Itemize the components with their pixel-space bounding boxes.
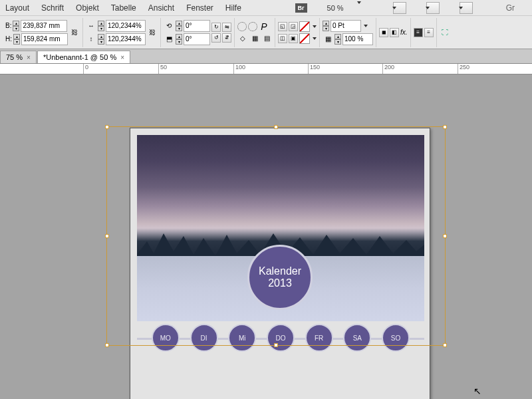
fill-dropdown[interactable] [313, 25, 317, 28]
menu-tabelle[interactable]: Tabelle [111, 3, 136, 13]
horizontal-ruler[interactable]: 0 50 100 150 200 250 [0, 64, 532, 74]
shear-input[interactable]: 0° [184, 33, 210, 45]
fill-none-icon[interactable] [299, 21, 310, 32]
flip-h-icon[interactable]: ⇋ [222, 23, 231, 32]
handle-tr[interactable] [443, 125, 447, 129]
wrap-none-icon[interactable] [237, 22, 247, 31]
menu-fenster[interactable]: Fenster [186, 3, 213, 13]
drop-shadow-icon[interactable]: ◼ [379, 28, 388, 37]
menu-layout[interactable]: Layout [5, 3, 29, 13]
tab-unbenannt[interactable]: *Unbenannt-1 @ 50 % × [37, 51, 130, 63]
screen-mode-icon[interactable] [393, 2, 406, 14]
stroke-weight-dropdown[interactable] [364, 25, 368, 27]
menu-hilfe[interactable]: Hilfe [225, 3, 241, 13]
day-sa[interactable]: SA [343, 324, 371, 352]
link-icon[interactable]: ⛓ [69, 27, 80, 38]
handle-tl[interactable] [105, 125, 109, 129]
wrap-jump-icon[interactable]: ▦ [249, 33, 260, 44]
width-stepper[interactable]: ▴▾ [13, 21, 19, 31]
weekday-strip: MO DI Mi DO FR SA SO [137, 321, 424, 354]
frame-fit-group: ◱ ◲ ◫ ▣ [275, 18, 320, 47]
shear-icon: ⬒ [164, 34, 174, 45]
stroke-none-icon[interactable] [299, 33, 310, 44]
width-input[interactable]: 239,837 mm [21, 20, 67, 32]
scale-group: ↔ ▴▾ 120,2344% ↕ ▴▾ 120,2344% ⛓ [83, 18, 161, 47]
mouse-cursor-icon: ↖ [473, 386, 481, 396]
document-page[interactable]: Kalender 2013 MO DI Mi DO FR SA SO [130, 128, 430, 399]
day-mi[interactable]: Mi [228, 324, 256, 352]
effects-group: ◼ ◧ fx. [376, 18, 411, 47]
wrap-object-icon[interactable]: ≡ [424, 28, 434, 37]
tab-1-label: 75 % [6, 53, 23, 61]
stroke-group: ▴▾ 0 Pt ▦ ▴▾ 100 % [320, 18, 376, 47]
fit-content-icon[interactable]: ◱ [278, 22, 287, 31]
menu-schrift[interactable]: Schrift [41, 3, 64, 13]
height-input[interactable]: 159,824 mm [21, 33, 68, 45]
menu-bar: Layout Schrift Objekt Tabelle Ansicht Fe… [0, 0, 532, 16]
rotation-input[interactable]: 0° [184, 20, 210, 32]
wrap-group: P ◇ ▦ ▤ [235, 18, 275, 47]
center-icon[interactable]: ◫ [278, 34, 287, 43]
wrap-shape-icon[interactable]: ◇ [237, 33, 248, 44]
scale-x-icon: ↔ [86, 21, 96, 31]
arrange-icon[interactable] [426, 2, 440, 14]
close-icon[interactable]: × [120, 54, 124, 61]
handle-lm[interactable] [105, 234, 109, 238]
control-toolbar: B: ▴▾ 239,837 mm H: ▴▾ 159,824 mm ⛓ ↔ ▴▾… [0, 16, 532, 49]
handle-rm[interactable] [443, 234, 447, 238]
wrap-around-icon[interactable] [248, 22, 257, 31]
scale-y-input[interactable]: 120,2344% [106, 33, 146, 45]
fit-frame-icon[interactable]: ◲ [289, 22, 298, 31]
zoom-selector[interactable]: 50 % [327, 4, 373, 12]
scale-x-input[interactable]: 120,2344% [106, 20, 146, 32]
tab-75[interactable]: 75 % × [0, 51, 37, 63]
rot-stepper[interactable]: ▴▾ [176, 21, 182, 31]
day-fr[interactable]: FR [305, 324, 333, 352]
day-di[interactable]: DI [190, 324, 218, 352]
wrap-column-icon[interactable]: ▤ [261, 33, 272, 44]
handle-bl[interactable] [105, 343, 109, 347]
ruler-tick: 50 [158, 64, 167, 74]
gradient-icon[interactable]: ◧ [390, 28, 399, 37]
calendar-title-circle[interactable]: Kalender 2013 [247, 245, 313, 310]
day-so[interactable]: SO [382, 324, 410, 352]
stroke-stepper[interactable]: ▴▾ [323, 21, 329, 31]
menu-ansicht[interactable]: Ansicht [148, 3, 174, 13]
tab-2-label: *Unbenannt-1 @ 50 % [43, 53, 116, 61]
wrap-bbox-icon[interactable]: ≡ [414, 28, 423, 37]
scale-y-icon: ↕ [86, 34, 96, 45]
close-icon[interactable]: × [27, 54, 31, 61]
menu-objekt[interactable]: Objekt [76, 3, 99, 13]
rotate-cw-icon[interactable]: ↻ [211, 23, 221, 32]
height-label: H: [5, 35, 12, 43]
view-options-icon[interactable] [460, 2, 473, 14]
fx-button[interactable]: fx. [400, 29, 408, 36]
crop-icon[interactable]: ⛶ [440, 27, 450, 38]
crop-group: ⛶ [437, 18, 453, 47]
bridge-badge[interactable]: Br [295, 3, 307, 13]
scaley-stepper[interactable]: ▴▾ [98, 34, 104, 45]
day-do[interactable]: DO [267, 324, 295, 352]
textwrap-btns: ≡ ≡ [411, 18, 437, 47]
ruler-tick: 150 [308, 64, 320, 74]
link-scale-icon[interactable]: ⛓ [147, 27, 158, 38]
stroke-dropdown[interactable] [313, 37, 317, 40]
width-label: B: [5, 22, 11, 29]
handle-br[interactable] [443, 343, 447, 347]
shear-stepper[interactable]: ▴▾ [176, 34, 182, 45]
scalex-stepper[interactable]: ▴▾ [98, 21, 104, 31]
day-mo[interactable]: MO [152, 324, 180, 352]
stroke-weight-input[interactable]: 0 Pt [331, 20, 361, 32]
ruler-tick: 250 [458, 64, 469, 74]
opacity-stepper[interactable]: ▴▾ [334, 34, 341, 45]
opacity-input[interactable]: 100 % [342, 33, 373, 45]
calendar-year: 2013 [268, 277, 292, 289]
flip-v-icon[interactable]: ⇵ [222, 33, 231, 43]
fit-prop-icon[interactable]: ▣ [289, 34, 298, 43]
rotate-ccw-icon[interactable]: ↺ [211, 33, 221, 43]
opacity-icon: ▦ [323, 34, 333, 45]
height-stepper[interactable]: ▴▾ [13, 34, 20, 45]
canvas-area[interactable]: Kalender 2013 MO DI Mi DO FR SA SO ↖ [0, 74, 532, 399]
ruler-tick: 200 [382, 64, 394, 74]
p-icon[interactable]: P [259, 21, 269, 32]
